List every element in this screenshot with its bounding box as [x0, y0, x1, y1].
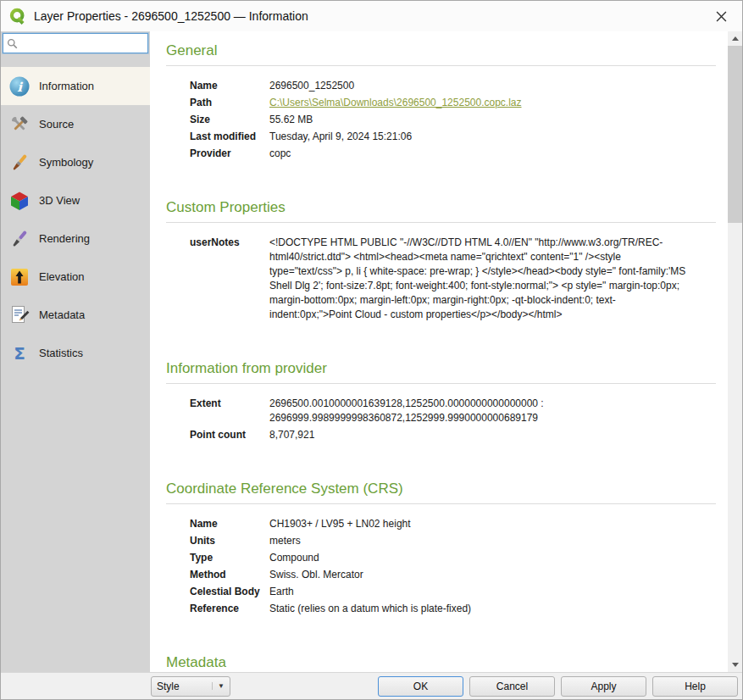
section-general: General Name 2696500_1252500 Path C:\Use… [166, 40, 716, 161]
section-information-from-provider: Information from provider Extent 2696500… [166, 358, 716, 442]
property-label: Reference [190, 602, 269, 616]
property-value: Compound [269, 551, 319, 565]
info-icon: i [8, 75, 30, 97]
rendering-brush-icon [8, 228, 30, 250]
property-row: Path C:\Users\Selma\Downloads\2696500_12… [190, 96, 716, 110]
property-label: Method [190, 568, 269, 582]
property-value: Swiss. Obl. Mercator [269, 568, 363, 582]
sidebar: i Information [1, 31, 150, 672]
dropdown-arrow-icon: ▼ [212, 682, 225, 690]
sidebar-nav: i Information [1, 67, 150, 372]
titlebar: Layer Properties - 2696500_1252500 — Inf… [1, 1, 742, 31]
property-value: Earth [269, 585, 294, 599]
sidebar-searchbox[interactable] [3, 33, 148, 53]
window-title: Layer Properties - 2696500_1252500 — Inf… [34, 9, 308, 23]
property-label: Name [190, 517, 269, 531]
property-value: copc [269, 147, 291, 161]
property-row: Extent 2696500.0010000001639128,1252500.… [190, 397, 716, 425]
property-label: Path [190, 96, 269, 110]
property-row: Last modified Tuesday, April 9, 2024 15:… [190, 130, 716, 144]
property-value: Static (relies on a datum which is plate… [269, 602, 471, 616]
help-button[interactable]: Help [652, 676, 738, 697]
property-row: Celestial Body Earth [190, 585, 716, 599]
sidebar-item-information[interactable]: i Information [1, 67, 150, 105]
sidebar-item-label: Elevation [39, 270, 84, 283]
search-input[interactable] [21, 37, 144, 49]
file-path-link[interactable]: C:\Users\Selma\Downloads\2696500_1252500… [269, 96, 522, 110]
ok-button[interactable]: OK [378, 676, 463, 697]
property-value: 2696500_1252500 [269, 79, 354, 93]
section-metadata: Metadata [166, 652, 716, 672]
section-heading: Information from provider [166, 358, 716, 384]
section-crs: Coordinate Reference System (CRS) Name C… [166, 478, 716, 616]
property-value: 8,707,921 [269, 428, 314, 442]
dialog-body: i Information [1, 31, 742, 672]
property-value: CH1903+ / LV95 + LN02 height [269, 517, 411, 531]
content-scrollbar[interactable] [728, 31, 742, 672]
section-heading: Metadata [166, 652, 716, 672]
scroll-up-button[interactable] [728, 31, 742, 46]
sidebar-item-label: 3D View [39, 194, 80, 207]
sidebar-item-label: Rendering [39, 232, 90, 245]
property-row: Name 2696500_1252500 [190, 79, 716, 93]
3d-cube-icon [8, 190, 30, 212]
sidebar-item-statistics[interactable]: Σ Statistics [1, 334, 150, 372]
sidebar-item-metadata[interactable]: Metadata [1, 296, 150, 334]
property-label: Name [190, 79, 269, 93]
scroll-up-arrow-icon [732, 36, 739, 41]
sidebar-item-elevation[interactable]: Elevation [1, 258, 150, 296]
property-label: Size [190, 113, 269, 127]
property-row: Provider copc [190, 147, 716, 161]
property-value: Tuesday, April 9, 2024 15:21:06 [269, 130, 412, 144]
property-value: 55.62 MB [269, 113, 313, 127]
scroll-down-button[interactable] [728, 658, 742, 672]
property-label: Extent [190, 397, 269, 425]
cancel-button[interactable]: Cancel [469, 676, 555, 697]
sidebar-item-label: Metadata [39, 308, 85, 321]
property-label: Point count [190, 428, 269, 442]
property-value: <!DOCTYPE HTML PUBLIC "-//W3C//DTD HTML … [269, 236, 693, 322]
property-label: Last modified [190, 130, 269, 144]
search-icon [7, 38, 18, 49]
property-label: Provider [190, 147, 269, 161]
sidebar-item-label: Symbology [39, 156, 93, 169]
property-row: Units meters [190, 534, 716, 548]
style-dropdown-button[interactable]: Style ▼ [151, 676, 230, 697]
layer-properties-dialog: Layer Properties - 2696500_1252500 — Inf… [0, 0, 743, 700]
symbology-icon [8, 152, 30, 174]
property-row: Size 55.62 MB [190, 113, 716, 127]
qgis-logo-icon [9, 8, 26, 25]
property-row: Name CH1903+ / LV95 + LN02 height [190, 517, 716, 531]
property-row: userNotes <!DOCTYPE HTML PUBLIC "-//W3C/… [190, 236, 716, 322]
property-row: Point count 8,707,921 [190, 428, 716, 442]
sidebar-item-symbology[interactable]: Symbology [1, 143, 150, 181]
scrollbar-thumb[interactable] [728, 46, 742, 223]
property-label: Type [190, 551, 269, 565]
scrollbar-track[interactable] [728, 46, 742, 658]
property-value: 2696500.0010000001639128,1252500.0000000… [269, 397, 693, 425]
property-row: Type Compound [190, 551, 716, 565]
sidebar-item-rendering[interactable]: Rendering [1, 219, 150, 258]
sidebar-item-3d-view[interactable]: 3D View [1, 181, 150, 219]
section-heading: Custom Properties [166, 197, 716, 223]
property-value: meters [269, 534, 301, 548]
svg-text:Σ: Σ [14, 342, 25, 363]
sigma-statistics-icon: Σ [8, 342, 30, 364]
property-row: Method Swiss. Obl. Mercator [190, 568, 716, 582]
apply-button[interactable]: Apply [561, 676, 646, 697]
source-icon [8, 114, 30, 136]
sidebar-item-label: Information [39, 80, 94, 92]
sidebar-item-label: Source [39, 118, 74, 131]
property-row: Reference Static (relies on a datum whic… [190, 602, 716, 616]
information-panel: General Name 2696500_1252500 Path C:\Use… [150, 31, 728, 672]
close-icon[interactable] [708, 3, 734, 29]
sidebar-item-label: Statistics [39, 347, 83, 359]
button-bar: Style ▼ OK Cancel Apply Help [1, 672, 742, 699]
metadata-document-icon [8, 304, 30, 326]
property-label: Celestial Body [190, 585, 269, 599]
elevation-icon [8, 266, 30, 288]
property-label: userNotes [190, 236, 269, 322]
style-button-label: Style [157, 681, 180, 692]
sidebar-item-source[interactable]: Source [1, 105, 150, 143]
property-label: Units [190, 534, 269, 548]
